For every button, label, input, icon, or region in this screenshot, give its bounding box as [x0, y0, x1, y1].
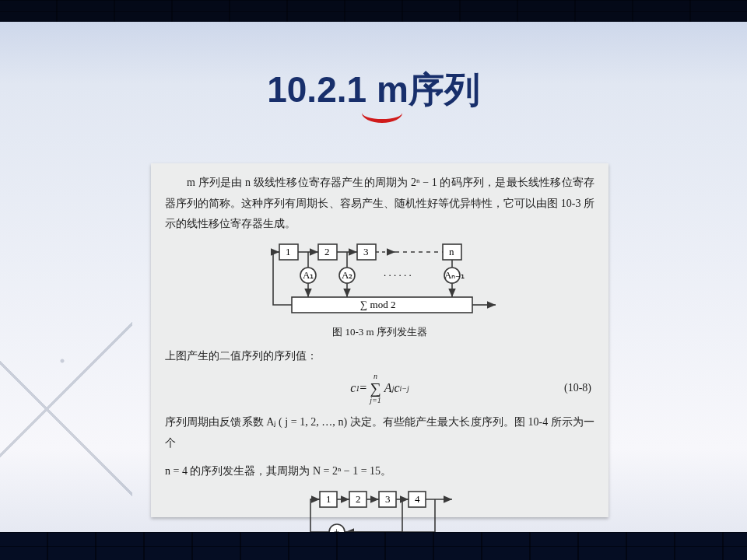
content-box: m 序列是由 n 级线性移位寄存器产生的周期为 2ⁿ − 1 的码序列，是最长线…	[151, 163, 608, 517]
intro-paragraph: m 序列是由 n 级线性移位寄存器产生的周期为 2ⁿ − 1 的码序列，是最长线…	[165, 173, 594, 235]
formula-c2-sub: i−j	[400, 381, 409, 396]
svg-text:A₂: A₂	[342, 269, 352, 281]
sum-symbol: n ∑ j=1	[370, 372, 381, 404]
formula-row: c1 = n ∑ j=1 Aj ci−j (10-8)	[165, 372, 594, 404]
svg-text:3: 3	[385, 493, 391, 505]
svg-text:2: 2	[324, 246, 330, 257]
title-underline	[362, 113, 402, 123]
formula-a: A	[384, 376, 392, 400]
slide: 10.2.1 m序列 m 序列是由 n 级线性移位寄存器产生的周期为 2ⁿ − …	[0, 0, 747, 560]
diagram-1: 1 2 3 n A₁ A₂	[165, 240, 594, 321]
above-formula: 上图产生的二值序列的序列值：	[165, 346, 594, 367]
svg-text:1: 1	[326, 493, 331, 505]
svg-text:∑ mod 2: ∑ mod 2	[360, 299, 395, 310]
caption-1: 图 10-3 m 序列发生器	[165, 323, 594, 342]
top-border	[0, 0, 747, 22]
formula-c: c	[350, 376, 356, 400]
svg-text:A₁: A₁	[303, 269, 314, 281]
after-formula: 序列周期由反馈系数 Aⱼ ( j = 1, 2, …, n) 决定。有些能产生最…	[165, 412, 594, 453]
svg-text:n: n	[449, 246, 454, 257]
slide-title: 10.2.1 m序列	[0, 66, 747, 114]
svg-text:· · · · · ·: · · · · · ·	[384, 269, 412, 281]
svg-text:4: 4	[415, 493, 420, 505]
background-tower	[0, 314, 132, 532]
formula-c2: c	[394, 376, 399, 400]
svg-text:1: 1	[286, 246, 291, 257]
formula-eq: =	[359, 376, 366, 400]
equation-number: (10-8)	[564, 378, 591, 399]
sum-lower: j=1	[370, 396, 381, 404]
bottom-border	[0, 532, 747, 560]
svg-text:2: 2	[356, 493, 361, 505]
formula: c1 = n ∑ j=1 Aj ci−j	[350, 372, 409, 404]
after-formula-2: n = 4 的序列发生器，其周期为 N = 2ⁿ − 1 = 15。	[165, 461, 594, 482]
svg-text:Aₙ₋₁: Aₙ₋₁	[444, 269, 465, 281]
svg-text:3: 3	[363, 246, 369, 257]
